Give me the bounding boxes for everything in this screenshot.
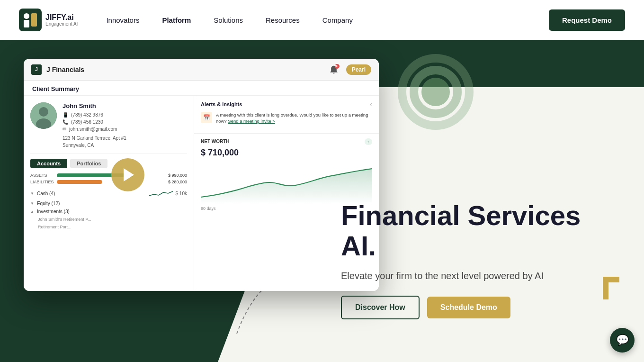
client-name: John Smith (63, 102, 187, 109)
request-demo-button[interactable]: Request Demo (549, 9, 625, 31)
asset-bars: ASSETS $ 990,000 LIABILITIES (30, 173, 187, 184)
asset-item-name: Retirement Port... (38, 225, 187, 229)
email-icon: ✉ (63, 126, 66, 133)
list-item: John Smith's Retirement P... (30, 216, 187, 223)
svg-point-1 (24, 13, 29, 19)
app-content: Client Summary (24, 81, 379, 291)
alert-icon-box: 📅 (201, 112, 212, 123)
portfolios-tab[interactable]: Portfolios (70, 159, 107, 168)
svg-rect-2 (24, 20, 29, 27)
hero-title: Financial Services AI. (341, 200, 616, 261)
client-summary-header: Client Summary (24, 81, 379, 96)
contact-phone1-row: 📱 (789) 432 9876 (63, 111, 187, 118)
client-avatar (30, 102, 57, 129)
svg-rect-0 (19, 9, 42, 31)
notification-count: 9+ (335, 64, 340, 69)
logo-subtitle: Engagement AI (45, 21, 78, 27)
liabilities-value: $ 280,000 (161, 180, 187, 184)
app-company-name: J Financials (46, 66, 322, 73)
calendar-icon: 📅 (203, 114, 210, 121)
logo-area: JIFFY.ai Engagement AI (19, 9, 78, 31)
client-avatar-svg (30, 102, 57, 129)
svg-rect-3 (31, 13, 37, 27)
net-worth-value: $ 710,000 (201, 148, 372, 158)
hero-subtitle: Elevate your firm to the next level powe… (341, 271, 616, 281)
user-avatar-pill[interactable]: Pearl (346, 64, 371, 75)
phone-icon: 📱 (63, 111, 68, 118)
nav-item-company[interactable]: Company (322, 16, 353, 24)
play-button[interactable] (111, 158, 144, 191)
assets-bar-row: ASSETS $ 990,000 (30, 173, 187, 178)
asset-item-name: John Smith's Retirement P... (38, 217, 187, 222)
asset-list: ▼ Cash (4) $ 10k ▼ Equity (12) (30, 187, 187, 231)
client-phone1: (789) 432 9876 (71, 111, 103, 118)
hero-section: J J Financials 9+ Pearl Client Summary (0, 40, 644, 362)
net-worth-trend-badge: ↑ (365, 138, 373, 145)
client-summary-body: John Smith 📱 (789) 432 9876 📞 (789) 456 … (24, 96, 379, 291)
net-worth-chart-svg (201, 162, 372, 204)
nav-item-platform[interactable]: Platform (162, 16, 191, 24)
section-tabs: Accounts Portfolios (30, 159, 187, 168)
app-topbar-right: 9+ Pearl (327, 63, 371, 76)
logo-brand: JIFFY.ai (45, 13, 78, 22)
app-screenshot: J J Financials 9+ Pearl Client Summary (24, 59, 379, 291)
alert-item: 📅 A meeting with this client is long ove… (201, 112, 372, 125)
chat-widget[interactable]: 💬 (610, 328, 635, 353)
jiffy-logo-icon (19, 9, 42, 31)
discover-how-button[interactable]: Discover How (341, 296, 420, 319)
list-item: ▲ Investments (3) (30, 208, 187, 216)
net-worth-header: NET WORTH ↑ (201, 138, 372, 145)
logo-text-area: JIFFY.ai Engagement AI (45, 13, 78, 27)
chevron-icon: ▼ (30, 201, 34, 206)
list-item: Retirement Port... (30, 223, 187, 231)
app-logo-small: J (31, 64, 42, 75)
accounts-tab[interactable]: Accounts (30, 159, 67, 168)
alerts-close-icon[interactable]: ‹ (370, 100, 372, 108)
chevron-icon: ▼ (30, 191, 34, 196)
accounts-section: Accounts Portfolios ASSETS $ 990,000 (30, 159, 187, 284)
alert-link[interactable]: Send a meeting invite > (228, 118, 275, 124)
asset-item-name: Equity (12) (37, 201, 187, 206)
nav-links: Innovators Platform Solutions Resources … (106, 16, 549, 24)
liabilities-bar-fill (57, 180, 102, 184)
asset-item-name: Cash (4) (37, 191, 146, 196)
assets-value: $ 990,000 (161, 173, 187, 178)
alerts-panel: Alerts & Insights ‹ 📅 A meeting with thi… (194, 96, 379, 134)
hero-text-area: Financial Services AI. Elevate your firm… (341, 200, 616, 319)
contact-email-row: ✉ john.smith@gmail.com (63, 126, 187, 133)
client-profile-row: John Smith 📱 (789) 432 9876 📞 (789) 456 … (30, 102, 187, 154)
list-item: ▼ Cash (4) $ 10k (30, 187, 187, 199)
contact-phone2-row: 📞 (789) 456 1230 (63, 118, 187, 126)
schedule-demo-button[interactable]: Schedule Demo (427, 297, 510, 318)
client-phone2: (789) 456 1230 (71, 118, 103, 126)
net-worth-label: NET WORTH (201, 139, 230, 144)
notification-bell[interactable]: 9+ (327, 63, 340, 76)
assets-label: ASSETS (30, 173, 54, 178)
alert-text: A meeting with this client is long overd… (216, 112, 372, 125)
client-address-text: 123 N Garland Terrace, Apt #1 Sunnyvale,… (63, 135, 187, 149)
alerts-title: Alerts & Insights (201, 101, 242, 107)
client-info-panel: John Smith 📱 (789) 432 9876 📞 (789) 456 … (24, 96, 194, 291)
asset-item-value: $ 10k (176, 191, 187, 196)
target-circle-decoration (398, 54, 474, 130)
nav-item-innovators[interactable]: Innovators (106, 16, 139, 24)
alerts-header: Alerts & Insights ‹ (201, 100, 372, 108)
sparkline-icon (149, 189, 173, 198)
chevron-icon: ▲ (30, 209, 34, 214)
phone2-icon: 📞 (63, 118, 68, 126)
app-topbar: J J Financials 9+ Pearl (24, 59, 379, 81)
client-address: 📱 (789) 432 9876 📞 (789) 456 1230 ✉ john (63, 111, 187, 149)
asset-item-name: Investments (3) (37, 209, 187, 214)
list-item: ▼ Equity (12) (30, 199, 187, 208)
hero-buttons: Discover How Schedule Demo (341, 296, 616, 319)
play-triangle-icon (124, 168, 134, 181)
net-worth-chart (201, 162, 372, 204)
navbar: JIFFY.ai Engagement AI Innovators Platfo… (0, 0, 644, 40)
svg-point-8 (39, 107, 48, 117)
chat-icon: 💬 (616, 334, 629, 346)
nav-item-solutions[interactable]: Solutions (214, 16, 243, 24)
client-details: John Smith 📱 (789) 432 9876 📞 (789) 456 … (63, 102, 187, 149)
liabilities-bar-row: LIABILITIES $ 280,000 (30, 180, 187, 184)
nav-item-resources[interactable]: Resources (266, 16, 300, 24)
liabilities-label: LIABILITIES (30, 180, 54, 184)
